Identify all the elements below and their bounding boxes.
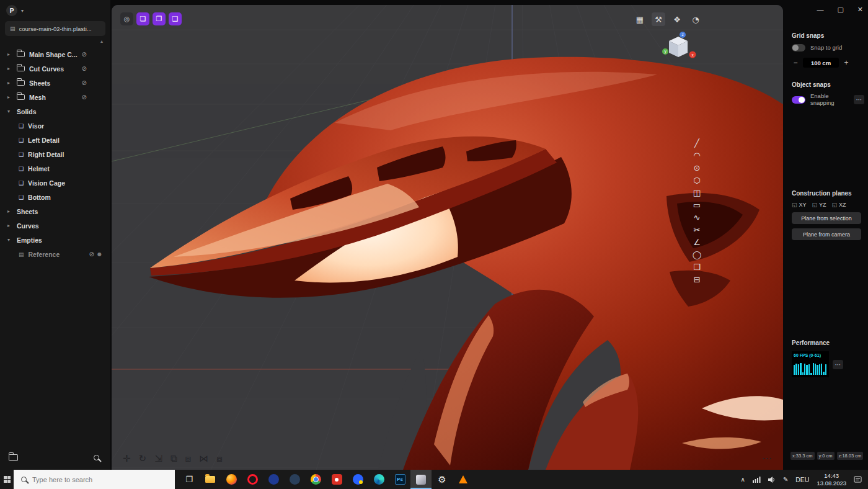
task-view-button[interactable]: ❐ xyxy=(179,470,200,489)
tree-item-vision-cage[interactable]: ❑ Vision Cage xyxy=(0,176,110,190)
tree-section-curves[interactable]: ▸ Curves xyxy=(0,218,110,233)
photoshop-icon[interactable]: Ps xyxy=(389,470,410,489)
offset-tool-icon[interactable]: ⧈ xyxy=(185,454,191,464)
app-icon-blue[interactable] xyxy=(347,470,368,489)
visibility-off-icon[interactable]: ⊘ xyxy=(82,51,87,58)
current-file[interactable]: ▤ course-main-02-thin.plasti... xyxy=(5,21,105,36)
tree-item-reference[interactable]: ▤ Reference ⊘ ● xyxy=(0,247,110,261)
app-icon-red[interactable] xyxy=(326,470,347,489)
chevron-right-icon[interactable]: ▸ xyxy=(7,52,12,57)
tree-section-empties[interactable]: ▾ Empties xyxy=(0,233,110,247)
start-button[interactable] xyxy=(0,470,14,489)
select-tool-button[interactable]: ◎ xyxy=(120,12,133,25)
search-icon[interactable] xyxy=(94,455,99,460)
3d-viewport[interactable]: ◎ ❏ ❐ ❑ ▦ ⚒ ❖ ◔ z y x ╱ ◠ ⊙ xyxy=(112,5,783,470)
snap-to-grid-toggle[interactable] xyxy=(792,44,805,52)
plane-from-camera-button[interactable]: Plane from camera xyxy=(792,228,861,240)
move-tool-icon[interactable]: ✛ xyxy=(123,454,131,464)
trim-tool-icon[interactable]: ✂ xyxy=(691,226,702,234)
angle-tool-icon[interactable]: ∠ xyxy=(691,238,702,246)
settings-gear-icon[interactable]: ⚙ xyxy=(432,470,453,489)
network-icon[interactable] xyxy=(753,477,761,483)
visibility-off-icon[interactable]: ⊘ xyxy=(82,79,87,86)
performance-more-button[interactable]: ⋯ xyxy=(833,360,843,369)
tree-item-left-detail[interactable]: ❑ Left Detail xyxy=(0,133,110,147)
language-indicator[interactable]: DEU xyxy=(795,476,809,483)
grid-size-decrease-button[interactable]: − xyxy=(792,58,799,67)
search-input[interactable] xyxy=(32,476,156,483)
visibility-off-icon[interactable]: ⊘ xyxy=(82,94,87,101)
chevron-right-icon[interactable]: ▸ xyxy=(7,94,12,100)
vlc-icon[interactable] xyxy=(453,470,474,489)
tree-group-mesh[interactable]: ▸ Mesh ⊘ xyxy=(0,90,110,104)
opera-icon[interactable] xyxy=(242,470,263,489)
firefox-icon[interactable] xyxy=(221,470,242,489)
tree-section-solids[interactable]: ▾ Solids xyxy=(0,104,110,119)
polygon-tool-icon[interactable]: ⬡ xyxy=(691,176,702,184)
tree-item-visor[interactable]: ❑ Visor xyxy=(0,119,110,133)
arc-tool-icon[interactable]: ◠ xyxy=(691,151,702,159)
box-tool-icon[interactable]: ❒ xyxy=(691,263,702,271)
revolve-tool-icon[interactable]: ⊟ xyxy=(691,276,702,284)
clock[interactable]: 14:43 13.08.2023 xyxy=(817,472,846,487)
visibility-off-icon[interactable]: ⊘ xyxy=(82,65,87,72)
scale-tool-icon[interactable]: ⇲ xyxy=(154,454,162,464)
app-menu-chevron-icon[interactable]: ▾ xyxy=(21,8,24,14)
maximize-button[interactable]: ▢ xyxy=(837,4,843,15)
toolbar-overflow-icon[interactable]: ⋯ xyxy=(762,454,772,464)
minimize-button[interactable]: — xyxy=(817,4,823,15)
tray-expand-icon[interactable]: ∧ xyxy=(741,476,745,483)
view-cube[interactable]: z y x xyxy=(662,31,696,61)
3d-scene[interactable] xyxy=(112,5,783,470)
close-button[interactable]: ✕ xyxy=(857,4,863,15)
array-tool-icon[interactable]: ⧇ xyxy=(216,454,223,464)
spline-tool-icon[interactable]: ∿ xyxy=(691,213,702,222)
duplicate-tool-icon[interactable]: ⧉ xyxy=(170,454,177,464)
tree-group-sheets[interactable]: ▸ Sheets ⊘ xyxy=(0,76,110,90)
rotate-tool-icon[interactable]: ↻ xyxy=(139,454,147,464)
app-logo[interactable]: P xyxy=(6,5,17,16)
cylinder-tool-icon[interactable]: ◫ xyxy=(691,189,702,197)
visibility-off-icon[interactable]: ⊘ xyxy=(89,251,94,258)
tree-item-helmet[interactable]: ❑ Helmet xyxy=(0,161,110,176)
pen-icon[interactable]: ✎ xyxy=(783,476,788,483)
notifications-icon[interactable] xyxy=(854,476,862,483)
plane-from-selection-button[interactable]: Plane from selection xyxy=(792,212,861,224)
grid-size-increase-button[interactable]: + xyxy=(843,58,850,67)
solid-mode-button[interactable]: ❏ xyxy=(136,12,149,25)
tree-group-main-shape[interactable]: ▸ Main Shape C... ⊘ xyxy=(0,47,110,61)
tree-item-right-detail[interactable]: ❑ Right Detail xyxy=(0,147,110,161)
grid-size-value[interactable]: 100 cm xyxy=(803,58,839,68)
circle-tool-icon[interactable]: ◯ xyxy=(691,251,702,259)
render-mode-button[interactable]: ❖ xyxy=(670,12,684,26)
plasticity-taskbar-icon[interactable] xyxy=(410,470,432,489)
taskbar-search[interactable] xyxy=(14,470,175,489)
line-tool-icon[interactable]: ╱ xyxy=(691,139,702,147)
tree-item-bottom[interactable]: ❑ Bottom xyxy=(0,190,110,204)
plane-xz-button[interactable]: ◱ XZ xyxy=(832,202,846,208)
wrench-settings-button[interactable]: ⚒ xyxy=(652,12,665,26)
chevron-right-icon[interactable]: ▸ xyxy=(7,80,12,86)
rectangle-tool-icon[interactable]: ▭ xyxy=(691,201,702,209)
object-snaps-more-button[interactable]: ⋯ xyxy=(854,95,864,104)
volume-icon[interactable] xyxy=(768,477,776,483)
tree-group-cut-curves[interactable]: ▸ Cut Curves ⊘ xyxy=(0,61,110,76)
body-mode-button[interactable]: ❑ xyxy=(169,12,182,25)
plane-yz-button[interactable]: ◱ YZ xyxy=(812,202,826,208)
shading-button[interactable]: ◔ xyxy=(689,12,702,26)
chrome-icon[interactable] xyxy=(305,470,326,489)
chevron-right-icon[interactable]: ▸ xyxy=(7,66,12,71)
grid-toggle-button[interactable]: ▦ xyxy=(633,12,647,26)
center-circle-tool-icon[interactable]: ⊙ xyxy=(691,164,702,172)
enable-snapping-toggle[interactable] xyxy=(792,96,805,104)
open-folder-icon[interactable] xyxy=(9,454,18,461)
app-icon-navy[interactable] xyxy=(263,470,284,489)
chevron-down-icon[interactable]: ▾ xyxy=(7,109,12,114)
chevron-down-icon[interactable]: ▾ xyxy=(7,237,12,243)
collapse-all-icon[interactable]: ▴ xyxy=(100,38,103,46)
steam-icon[interactable] xyxy=(284,470,305,489)
chevron-right-icon[interactable]: ▸ xyxy=(7,223,12,228)
tree-section-sheets[interactable]: ▸ Sheets xyxy=(0,204,110,218)
face-mode-button[interactable]: ❐ xyxy=(153,12,166,25)
chevron-right-icon[interactable]: ▸ xyxy=(7,209,12,214)
